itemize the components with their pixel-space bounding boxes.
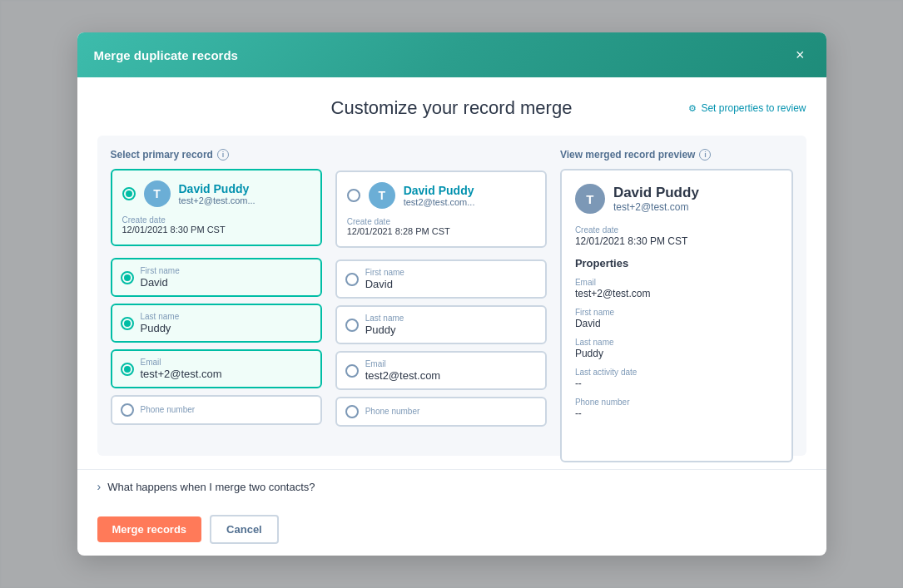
- prop-col1-firstname-radio[interactable]: [121, 271, 134, 284]
- preview-email: test+2@test.com: [613, 201, 699, 213]
- prop-col2-email-label: Email: [365, 359, 441, 368]
- props-col-1: First name David Last name Puddy: [111, 258, 322, 425]
- prop-col2-phone[interactable]: Phone number: [335, 397, 547, 427]
- preview-prop-phone: Phone number --: [575, 398, 778, 419]
- preview-properties-title: Properties: [575, 257, 778, 269]
- right-panel: View merged record preview i T David Pud…: [560, 149, 793, 442]
- preview-label: View merged record preview i: [560, 149, 793, 161]
- preview-prop-last-activity-value: --: [575, 378, 778, 389]
- record-2-email: test2@test.com...: [404, 197, 475, 207]
- prop-col2-firstname-value: David: [365, 278, 404, 290]
- modal-close-button[interactable]: ×: [791, 46, 810, 64]
- middle-spacer: [335, 149, 547, 170]
- left-panel: Select primary record i T David Puddy te…: [111, 149, 322, 442]
- preview-prop-last-activity: Last activity date --: [575, 368, 778, 389]
- preview-prop-email-value: test+2@test.com: [575, 288, 778, 299]
- modal-main-title: Customize your record merge: [331, 97, 573, 119]
- title-wrapper: Customize your record merge ⚙ Set proper…: [97, 97, 806, 119]
- set-props-wrapper: ⚙ Set properties to review: [688, 102, 806, 114]
- record-1-radio[interactable]: [122, 187, 136, 200]
- prop-col1-firstname-label: First name: [141, 266, 180, 275]
- preview-prop-email: Email test+2@test.com: [575, 278, 778, 299]
- record-1-name: David Puddy: [179, 182, 256, 195]
- preview-prop-lastname-label: Last name: [575, 338, 778, 347]
- modal-overlay: Merge duplicate records × Customize your…: [0, 0, 903, 588]
- preview-create-value: 12/01/2021 8:30 PM CST: [575, 235, 778, 247]
- record-card-1-header: T David Puddy test+2@test.com...: [122, 180, 310, 207]
- prop-col1-phone-radio[interactable]: [121, 403, 134, 417]
- preview-prop-firstname: First name David: [575, 308, 778, 329]
- record-2-date-label: Create date: [347, 217, 535, 226]
- preview-prop-lastname-value: Puddy: [575, 348, 778, 359]
- prop-col1-lastname-radio[interactable]: [121, 317, 134, 330]
- faq-toggle[interactable]: › What happens when I merge two contacts…: [97, 480, 806, 493]
- prop-col2-firstname[interactable]: First name David: [335, 259, 547, 299]
- preview-card: T David Puddy test+2@test.com Create dat…: [560, 169, 793, 462]
- prop-col1-lastname-value: Puddy: [141, 322, 180, 334]
- record-2-avatar: T: [369, 182, 395, 209]
- prop-col1-lastname-label: Last name: [141, 312, 180, 321]
- prop-col2-email-value: test2@test.com: [365, 369, 441, 382]
- prop-col1-email-label: Email: [141, 358, 222, 367]
- select-primary-label: Select primary record i: [111, 149, 322, 161]
- prop-col2-lastname-label: Last name: [365, 314, 404, 323]
- record-card-2-header: T David Puddy test2@test.com...: [347, 182, 535, 209]
- preview-name: David Puddy: [613, 185, 699, 201]
- faq-label: What happens when I merge two contacts?: [107, 481, 315, 493]
- preview-prop-email-label: Email: [575, 278, 778, 287]
- modal-header-title: Merge duplicate records: [94, 48, 238, 62]
- cancel-button[interactable]: Cancel: [210, 515, 279, 544]
- record-2-name: David Puddy: [404, 184, 475, 197]
- modal-header: Merge duplicate records ×: [77, 32, 826, 77]
- gear-icon: ⚙: [688, 103, 697, 114]
- merge-records-button[interactable]: Merge records: [97, 516, 202, 542]
- preview-prop-firstname-value: David: [575, 318, 778, 329]
- preview-header: T David Puddy test+2@test.com: [575, 184, 778, 214]
- record-2-radio[interactable]: [347, 189, 360, 202]
- prop-col1-email[interactable]: Email test+2@test.com: [111, 349, 322, 388]
- props-col-2: First name David Last name Puddy: [335, 259, 547, 427]
- record-2-info: David Puddy test2@test.com...: [404, 184, 475, 207]
- prop-col1-lastname[interactable]: Last name Puddy: [111, 304, 322, 343]
- prop-col1-phone-label: Phone number: [141, 405, 196, 414]
- prop-col1-phone[interactable]: Phone number: [111, 395, 322, 425]
- set-properties-link[interactable]: ⚙ Set properties to review: [688, 102, 806, 114]
- preview-prop-lastname: Last name Puddy: [575, 338, 778, 359]
- record-1-date-value: 12/01/2021 8:30 PM CST: [122, 225, 310, 235]
- preview-avatar: T: [575, 184, 605, 214]
- prop-col1-firstname-value: David: [141, 276, 180, 289]
- title-inner: Customize your record merge: [331, 97, 573, 119]
- faq-section: › What happens when I merge two contacts…: [77, 469, 826, 503]
- content-grid: Select primary record i T David Puddy te…: [97, 136, 806, 456]
- primary-record-card-2[interactable]: T David Puddy test2@test.com... Create d…: [335, 170, 547, 248]
- prop-col2-email[interactable]: Email test2@test.com: [335, 351, 547, 390]
- record-1-date-label: Create date: [122, 215, 310, 225]
- prop-col1-email-radio[interactable]: [121, 363, 134, 376]
- modal-dialog: Merge duplicate records × Customize your…: [77, 32, 826, 556]
- prop-col2-email-radio[interactable]: [345, 364, 359, 378]
- preview-prop-last-activity-label: Last activity date: [575, 368, 778, 377]
- record-1-info: David Puddy test+2@test.com...: [179, 182, 256, 205]
- prop-col2-lastname[interactable]: Last name Puddy: [335, 305, 547, 344]
- prop-col2-lastname-radio[interactable]: [345, 319, 359, 332]
- prop-col2-lastname-value: Puddy: [365, 324, 404, 336]
- prop-col2-phone-label: Phone number: [365, 407, 420, 416]
- prop-col1-email-value: test+2@test.com: [141, 368, 222, 380]
- preview-prop-phone-label: Phone number: [575, 398, 778, 407]
- prop-col1-firstname[interactable]: First name David: [111, 258, 322, 297]
- preview-info-icon: i: [699, 149, 711, 161]
- primary-record-card-1[interactable]: T David Puddy test+2@test.com... Create …: [111, 169, 322, 246]
- chevron-right-icon: ›: [97, 480, 102, 493]
- preview-prop-phone-value: --: [575, 408, 778, 419]
- prop-col2-firstname-radio[interactable]: [345, 273, 359, 286]
- record-1-avatar: T: [144, 180, 171, 207]
- select-primary-info-icon: i: [217, 149, 229, 161]
- record-1-email: test+2@test.com...: [179, 195, 256, 205]
- modal-footer: Merge records Cancel: [77, 503, 826, 556]
- prop-col2-phone-radio[interactable]: [345, 405, 359, 418]
- prop-col2-firstname-label: First name: [365, 268, 404, 277]
- preview-prop-firstname-label: First name: [575, 308, 778, 317]
- record-2-date-value: 12/01/2021 8:28 PM CST: [347, 226, 535, 236]
- preview-create-label: Create date: [575, 225, 778, 235]
- modal-body: Customize your record merge ⚙ Set proper…: [77, 77, 826, 469]
